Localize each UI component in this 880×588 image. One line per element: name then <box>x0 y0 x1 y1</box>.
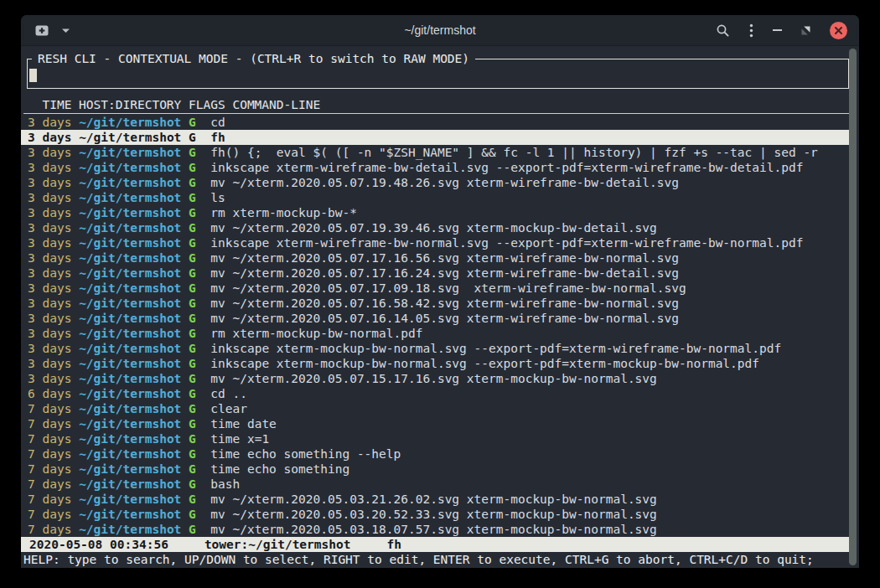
row-directory: ~/git/termshot <box>79 146 181 159</box>
row-flags: G <box>189 357 196 370</box>
row-flags: G <box>189 342 196 355</box>
row-time: 3 days <box>28 342 71 355</box>
help-bar: HELP: type to search, UP/DOWN to select,… <box>21 552 849 567</box>
row-flags: G <box>189 477 196 491</box>
history-row[interactable]: 7 days ~/git/termshot G clear <box>21 401 849 416</box>
history-row[interactable]: 3 days ~/git/termshot G rm xterm-mockup-… <box>21 326 849 341</box>
row-directory: ~/git/termshot <box>79 191 181 204</box>
history-row[interactable]: 6 days ~/git/termshot G cd .. <box>21 386 849 401</box>
row-command: rm xterm-mockup-bw-* <box>210 206 357 219</box>
row-flags: G <box>189 327 196 340</box>
row-directory: ~/git/termshot <box>79 281 181 295</box>
search-input[interactable] <box>28 66 848 88</box>
row-directory: ~/git/termshot <box>79 161 181 174</box>
row-directory: ~/git/termshot <box>79 387 181 400</box>
row-command: mv ~/xterm.2020.05.03.20.52.33.svg xterm… <box>210 508 657 521</box>
history-row[interactable]: 7 days ~/git/termshot G time x=1 <box>21 431 849 446</box>
history-row[interactable]: 3 days ~/git/termshot G mv ~/xterm.2020.… <box>21 175 849 190</box>
row-directory: ~/git/termshot <box>79 297 181 310</box>
row-command: mv ~/xterm.2020.05.07.17.16.56.svg xterm… <box>210 251 679 265</box>
row-command: mv ~/xterm.2020.05.03.21.26.02.svg xterm… <box>210 493 657 506</box>
row-command: mv ~/xterm.2020.05.07.17.09.18.svg xterm… <box>210 281 686 295</box>
history-row[interactable]: 3 days ~/git/termshot G mv ~/xterm.2020.… <box>21 371 849 386</box>
history-row[interactable]: 3 days ~/git/termshot G mv ~/xterm.2020.… <box>21 266 849 281</box>
table-header: TIME HOST:DIRECTORY FLAGS COMMAND-LINE <box>23 97 849 114</box>
row-flags: G <box>189 402 196 415</box>
search-panel-title: RESH CLI - CONTEXTUAL MODE - (CTRL+R to … <box>32 51 475 66</box>
row-time: 3 days <box>28 116 71 129</box>
scrollbar[interactable] <box>849 49 857 565</box>
history-row[interactable]: 3 days ~/git/termshot G rm xterm-mockup-… <box>21 205 849 220</box>
chevron-down-icon[interactable] <box>61 28 70 34</box>
row-time: 3 days <box>28 281 71 295</box>
row-time: 3 days <box>28 327 71 340</box>
history-row[interactable]: 7 days ~/git/termshot G time date <box>21 416 849 431</box>
history-row[interactable]: 7 days ~/git/termshot G mv ~/xterm.2020.… <box>21 507 849 522</box>
row-command: bash <box>210 477 240 491</box>
row-time: 3 days <box>28 251 71 265</box>
row-directory: ~/git/termshot <box>79 116 181 129</box>
row-command: mv ~/xterm.2020.05.07.16.58.42.svg xterm… <box>210 297 679 310</box>
history-row[interactable]: 3 days ~/git/termshot G mv ~/xterm.2020.… <box>21 220 849 235</box>
row-directory: ~/git/termshot <box>79 327 181 340</box>
close-button[interactable] <box>830 22 847 39</box>
row-directory: ~/git/termshot <box>79 432 181 446</box>
row-directory: ~/git/termshot <box>79 221 181 235</box>
row-command: cd .. <box>210 387 247 400</box>
history-row[interactable]: 3 days ~/git/termshot G cd <box>21 115 849 130</box>
row-command: mv ~/xterm.2020.05.07.15.17.16.svg xterm… <box>210 372 657 385</box>
history-row[interactable]: 3 days ~/git/termshot G mv ~/xterm.2020.… <box>21 250 849 266</box>
row-directory: ~/git/termshot <box>79 206 181 219</box>
row-command: time x=1 <box>210 432 269 446</box>
row-flags: G <box>189 387 196 400</box>
row-directory: ~/git/termshot <box>79 523 181 536</box>
row-command: inkscape xterm-wireframe-bw-normal.svg -… <box>210 236 803 250</box>
new-tab-icon[interactable] <box>34 23 50 38</box>
row-flags: G <box>189 508 196 521</box>
row-time: 3 days <box>28 221 71 235</box>
row-time: 3 days <box>28 206 71 219</box>
row-flags: G <box>189 206 196 219</box>
row-command: inkscape xterm-mockup-bw-normal.svg --ex… <box>210 342 781 355</box>
menu-kebab-icon[interactable] <box>749 23 753 38</box>
row-directory: ~/git/termshot <box>79 402 181 415</box>
minimize-button[interactable] <box>773 28 782 32</box>
row-command: clear <box>210 402 247 415</box>
row-command: mv ~/xterm.2020.05.03.18.07.57.svg xterm… <box>210 523 657 536</box>
history-row[interactable]: 3 days ~/git/termshot G mv ~/xterm.2020.… <box>21 311 849 326</box>
history-row[interactable]: 7 days ~/git/termshot G mv ~/xterm.2020.… <box>21 522 849 537</box>
row-directory: ~/git/termshot <box>79 357 181 370</box>
history-row[interactable]: 7 days ~/git/termshot G time echo someth… <box>21 446 849 462</box>
row-command: inkscape xterm-wireframe-bw-detail.svg -… <box>210 161 803 174</box>
history-row[interactable]: 7 days ~/git/termshot G time echo someth… <box>21 462 849 477</box>
history-rows: 3 days ~/git/termshot G cd3 days ~/git/t… <box>21 115 849 537</box>
history-row[interactable]: 3 days ~/git/termshot G ls <box>21 190 849 205</box>
history-row[interactable]: 7 days ~/git/termshot G bash <box>21 477 849 492</box>
history-row[interactable]: 3 days ~/git/termshot G inkscape xterm-w… <box>21 160 849 175</box>
row-command: fh() {; eval $( ([ -n "$ZSH_NAME" ] && f… <box>210 146 818 159</box>
history-row[interactable]: 3 days ~/git/termshot G inkscape xterm-m… <box>21 356 849 371</box>
row-flags: G <box>189 266 196 280</box>
row-directory: ~/git/termshot <box>79 372 181 385</box>
search-icon[interactable] <box>716 23 730 38</box>
row-directory: ~/git/termshot <box>79 266 181 280</box>
history-row[interactable]: 7 days ~/git/termshot G mv ~/xterm.2020.… <box>21 492 849 507</box>
history-row[interactable]: 3 days ~/git/termshot G fh() {; eval $( … <box>21 145 849 160</box>
row-time: 7 days <box>28 523 71 536</box>
history-row[interactable]: 3 days ~/git/termshot G fh <box>21 130 849 145</box>
history-row[interactable]: 3 days ~/git/termshot G inkscape xterm-m… <box>21 341 849 356</box>
row-time: 3 days <box>28 131 71 144</box>
history-row[interactable]: 3 days ~/git/termshot G inkscape xterm-w… <box>21 235 849 250</box>
row-time: 3 days <box>28 297 71 310</box>
row-directory: ~/git/termshot <box>79 342 181 355</box>
history-row[interactable]: 3 days ~/git/termshot G mv ~/xterm.2020.… <box>21 296 849 311</box>
row-time: 7 days <box>28 417 71 431</box>
titlebar[interactable]: ~/git/termshot <box>21 15 859 46</box>
row-time: 3 days <box>28 191 71 204</box>
row-time: 3 days <box>28 146 71 159</box>
restore-button[interactable] <box>801 26 810 35</box>
row-flags: G <box>189 116 196 129</box>
row-command: fh <box>210 131 225 144</box>
history-row[interactable]: 3 days ~/git/termshot G mv ~/xterm.2020.… <box>21 281 849 296</box>
row-directory: ~/git/termshot <box>79 447 181 461</box>
